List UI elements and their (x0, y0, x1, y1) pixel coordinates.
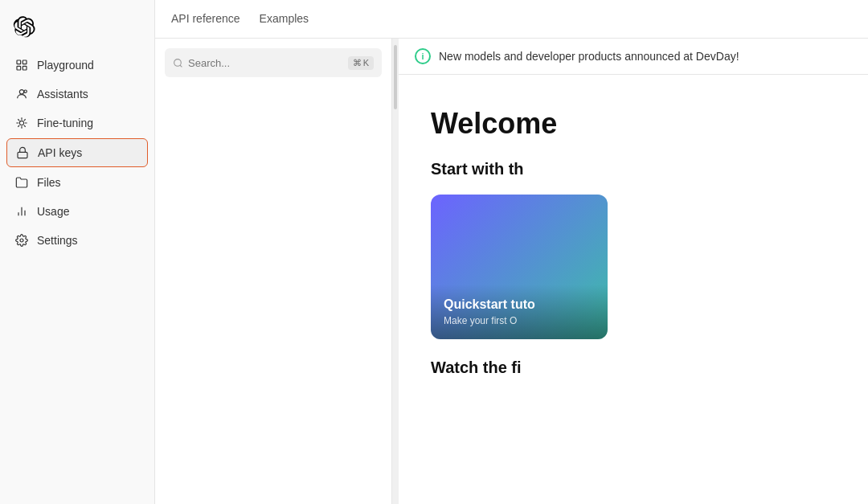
sidebar-item-files[interactable]: Files (6, 169, 148, 196)
openai-logo-icon (13, 16, 35, 39)
files-icon (14, 175, 29, 190)
playground-icon (14, 58, 29, 72)
shortcut-key: K (363, 58, 369, 68)
svg-rect-0 (17, 60, 21, 64)
sidebar-item-label: Files (37, 176, 61, 189)
top-nav: API reference Examples (155, 0, 868, 39)
sidebar-item-assistants[interactable]: Assistants (6, 80, 148, 108)
sidebar-item-label: Fine-tuning (37, 117, 93, 129)
svg-rect-7 (18, 152, 27, 158)
scroll-track (392, 39, 399, 504)
api-keys-icon (15, 145, 30, 160)
sidebar-item-settings[interactable]: Settings (6, 227, 148, 254)
left-panel: ⌘ K (155, 39, 392, 504)
search-icon (173, 58, 183, 68)
logo-area (0, 10, 154, 51)
sidebar-item-label: Assistants (37, 88, 88, 100)
content-area: ⌘ K i New models and developer products … (155, 39, 868, 504)
svg-point-8 (20, 239, 23, 242)
top-nav-examples[interactable]: Examples (260, 1, 309, 38)
svg-rect-1 (23, 60, 27, 64)
sidebar-item-usage[interactable]: Usage (6, 198, 148, 225)
svg-rect-2 (17, 66, 21, 70)
sidebar-nav: Playground Assistants Fine-tuning (0, 51, 154, 254)
welcome-section: Welcome Start with th Quickstart tuto Ma… (399, 75, 868, 504)
start-subtitle: Start with th (431, 160, 836, 178)
settings-icon (14, 233, 29, 248)
sidebar-item-label: Settings (37, 234, 78, 247)
svg-point-5 (24, 90, 27, 92)
shortcut-symbol: ⌘ (353, 58, 362, 68)
video-card-subtitle: Make your first O (444, 315, 595, 326)
svg-point-9 (174, 59, 182, 66)
announcement-banner: i New models and developer products anno… (399, 39, 868, 75)
welcome-title: Welcome (431, 107, 836, 141)
sidebar-item-label: Playground (37, 59, 94, 72)
video-card-content: Quickstart tuto Make your first O (431, 285, 608, 339)
keyboard-shortcut: ⌘ K (348, 56, 374, 70)
info-icon: i (415, 48, 431, 64)
scroll-thumb[interactable] (394, 45, 397, 109)
sidebar: Playground Assistants Fine-tuning (0, 0, 155, 504)
search-bar[interactable]: ⌘ K (165, 48, 382, 77)
sidebar-item-playground[interactable]: Playground (6, 51, 148, 79)
svg-point-4 (19, 90, 23, 94)
announcement-text: New models and developer products announ… (439, 50, 739, 63)
sidebar-item-api-keys[interactable]: API keys (6, 138, 148, 167)
svg-rect-3 (23, 66, 27, 70)
usage-icon (14, 204, 29, 219)
top-nav-api-reference[interactable]: API reference (171, 1, 240, 38)
quickstart-video-card[interactable]: Quickstart tuto Make your first O (431, 195, 608, 339)
fine-tuning-icon (14, 116, 29, 130)
sidebar-item-label: API keys (38, 146, 82, 159)
right-panel: i New models and developer products anno… (399, 39, 868, 504)
assistants-icon (14, 87, 29, 101)
search-input[interactable] (188, 57, 343, 69)
svg-point-6 (19, 121, 23, 125)
sidebar-item-label: Usage (37, 205, 69, 218)
watch-the-label: Watch the fi (431, 359, 836, 377)
main-container: API reference Examples ⌘ K (155, 0, 868, 504)
sidebar-item-fine-tuning[interactable]: Fine-tuning (6, 109, 148, 137)
video-card-title: Quickstart tuto (444, 297, 595, 312)
